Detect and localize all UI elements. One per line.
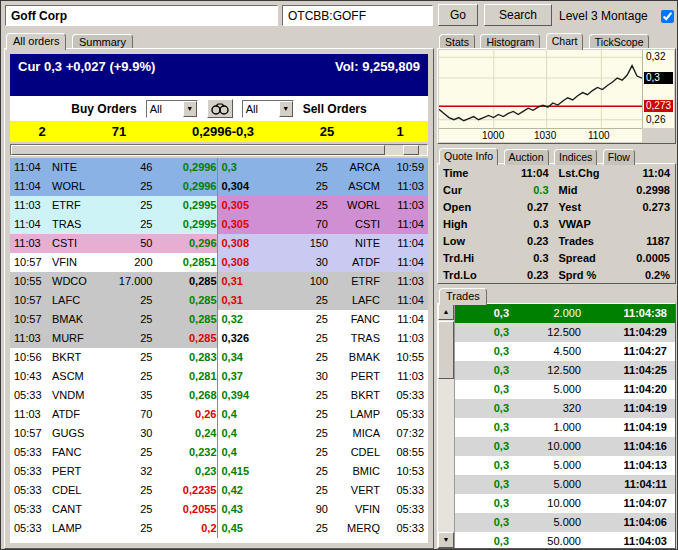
order-row[interactable]: 05:33CANT250,20550,4390VFIN05:33	[10, 500, 428, 519]
trade-price: 0,3	[455, 513, 509, 532]
bid-mmid: WORL	[52, 177, 102, 196]
ask-price: 0,308	[222, 234, 276, 253]
order-row[interactable]: 05:33VNDM350,2680,39425BKRT05:33	[10, 386, 428, 405]
trade-row[interactable]: 0,332011:04:19	[455, 399, 675, 418]
binoculars-button[interactable]	[207, 99, 233, 118]
trade-row[interactable]: 0,312.50011:04:25	[455, 361, 675, 380]
order-row[interactable]: 10:55WDCO17.0000,2850,31100ETRF11:03	[10, 272, 428, 291]
tab-chart[interactable]: Chart	[546, 33, 584, 50]
bid-side: 05:33LAMP250,2	[10, 519, 218, 538]
order-row[interactable]: 11:04WORL250,29960,30425ASCM11:03	[10, 177, 428, 196]
order-row[interactable]: 10:57VFIN2000,28510,30830ATDF11:04	[10, 253, 428, 272]
order-row[interactable]: 05:33LAMP250,20,4525MERQ05:33	[10, 519, 428, 538]
ask-mmid: BKRT	[336, 386, 380, 405]
order-row[interactable]: 11:03MURF250,2850,32625TRAS11:03	[10, 329, 428, 348]
trade-row[interactable]: 0,34.50011:04:27	[455, 342, 675, 361]
ask-size: 30	[276, 253, 337, 272]
quote-value: 11:04	[489, 165, 549, 182]
quote-label: Trades	[559, 233, 611, 250]
quote-header: Cur 0,3 +0,027 (+9.9%) Vol: 9,259,809	[10, 54, 428, 96]
quote-label: Yest	[559, 199, 611, 216]
trades-list: 0,32.00011:04:380,312.50011:04:290,34.50…	[455, 304, 675, 548]
trades-scrollbar[interactable]: ▲ ▼	[438, 304, 455, 548]
order-row[interactable]: 10:43ASCM250,2810,3730PERT11:03	[10, 367, 428, 386]
order-row[interactable]: 10:57BMAK250,2850,3225FANC11:04	[10, 310, 428, 329]
trade-row[interactable]: 0,350.00011:04:03	[455, 532, 675, 548]
ask-mmid: CSTI	[336, 215, 380, 234]
bid-time: 05:33	[14, 481, 52, 500]
trade-row[interactable]: 0,35.00011:04:11	[455, 475, 675, 494]
quote-label: Trd.Hi	[443, 250, 489, 267]
tab-quote-info[interactable]: Quote Info	[439, 148, 498, 165]
order-row[interactable]: 05:33CDEL250,22350,4225VERT05:33	[10, 481, 428, 500]
quote-label: Cur	[443, 182, 489, 199]
order-row[interactable]: 10:57LAFC250,2850,3125LAFC11:04	[10, 291, 428, 310]
trade-row[interactable]: 0,312.50011:04:29	[455, 323, 675, 342]
quote-row: Trd.Hi0.3Spread0.0005	[443, 250, 670, 267]
ask-time: 11:04	[380, 291, 424, 310]
scrollbar-thumb[interactable]	[438, 321, 454, 379]
tab-indices[interactable]: Indices	[554, 149, 597, 165]
order-row[interactable]: 05:33FANC250,2320,425CDEL08:55	[10, 443, 428, 462]
bid-price: 0,2996	[159, 158, 217, 177]
trade-row[interactable]: 0,35.00011:04:06	[455, 513, 675, 532]
ask-size: 25	[276, 329, 337, 348]
bid-side: 10:57LAFC250,285	[10, 291, 218, 310]
bid-size: 25	[102, 519, 159, 538]
order-row[interactable]: 11:03ATDF700,260,425LAMP05:33	[10, 405, 428, 424]
trade-time: 11:04:27	[597, 342, 675, 361]
ask-price: 0,415	[222, 462, 276, 481]
bid-size: 25	[102, 367, 159, 386]
trade-price: 0,3	[455, 456, 509, 475]
quote-value: 11:04	[611, 165, 671, 182]
bid-size: 35	[102, 386, 159, 405]
bid-time: 10:57	[14, 291, 52, 310]
order-row[interactable]: 11:03CSTI500,2960,308150NITE11:04	[10, 234, 428, 253]
tab-flow[interactable]: Flow	[603, 149, 635, 165]
trade-row[interactable]: 0,35.00011:04:20	[455, 380, 675, 399]
ask-time: 10:59	[380, 158, 424, 177]
ask-side: 0,325ARCA10:59	[218, 158, 429, 177]
bid-price: 0,232	[159, 443, 217, 462]
trade-time: 11:04:06	[597, 513, 675, 532]
bid-size: 25	[102, 196, 159, 215]
scrollbar-thumb[interactable]	[11, 145, 385, 155]
trade-row[interactable]: 0,310.00011:04:07	[455, 494, 675, 513]
order-row[interactable]: 11:03ETRF250,29950,30525WORL11:03	[10, 196, 428, 215]
tab-trades[interactable]: Trades	[439, 288, 487, 305]
volume: Vol: 9,259,809	[335, 59, 420, 91]
ask-size: 150	[276, 234, 337, 253]
chevron-down-icon: ▼	[279, 101, 293, 117]
bid-size: 200	[102, 253, 159, 272]
ask-price: 0,4	[222, 443, 276, 462]
scroll-down-button[interactable]: ▼	[438, 532, 454, 548]
quote-label: Low	[443, 233, 489, 250]
ask-time: 10:53	[380, 462, 424, 481]
trade-price: 0,3	[455, 399, 509, 418]
scroll-up-button[interactable]: ▲	[438, 304, 454, 320]
order-row[interactable]: 10:57GUGS300,240,425MICA07:32	[10, 424, 428, 443]
level3-montage-checkbox[interactable]	[661, 10, 674, 23]
trade-row[interactable]: 0,35.00011:04:13	[455, 456, 675, 475]
trade-row[interactable]: 0,32.00011:04:38	[455, 304, 675, 323]
order-row[interactable]: 10:56BKRT250,2830,3425BMAK10:55	[10, 348, 428, 367]
ask-side: 0,3225FANC11:04	[218, 310, 429, 329]
go-button[interactable]: Go	[438, 4, 478, 26]
trade-row[interactable]: 0,31.00011:04:19	[455, 418, 675, 437]
orders-horizontal-scrollbar[interactable]	[10, 144, 428, 156]
search-button[interactable]: Search	[484, 4, 552, 26]
tab-auction[interactable]: Auction	[504, 149, 549, 165]
symbol-input[interactable]	[282, 5, 433, 26]
ask-mmid: LAFC	[336, 291, 380, 310]
scrollbar-button[interactable]	[403, 145, 419, 155]
buy-filter-select[interactable]: All ▼	[146, 100, 198, 118]
best-ask: -0,3	[232, 124, 254, 139]
bid-size: 46	[102, 158, 159, 177]
tab-all-orders[interactable]: All orders	[6, 33, 66, 50]
order-row[interactable]: 11:04NITE460,29960,325ARCA10:59	[10, 158, 428, 177]
bid-size: 25	[102, 481, 159, 500]
order-row[interactable]: 11:04TRAS250,29950,30570CSTI11:04	[10, 215, 428, 234]
trade-row[interactable]: 0,310.00011:04:16	[455, 437, 675, 456]
sell-filter-select[interactable]: All ▼	[242, 100, 294, 118]
order-row[interactable]: 05:33PERT320,230,41525BMIC10:53	[10, 462, 428, 481]
